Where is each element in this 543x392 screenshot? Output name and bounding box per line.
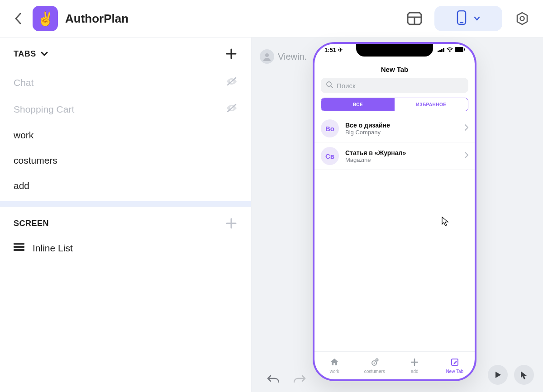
svg-point-16 xyxy=(265,53,269,57)
list-item-subtitle: Magazine xyxy=(345,156,458,163)
segment-label: ИЗБРАННОЕ xyxy=(416,102,446,107)
search-input[interactable]: Поиск xyxy=(321,78,468,93)
signal-icon xyxy=(438,47,445,53)
viewing-badge: Viewin. xyxy=(260,49,307,64)
battery-icon xyxy=(455,47,465,53)
viewing-label: Viewin. xyxy=(278,52,307,62)
tab-label: New Tab xyxy=(446,369,463,374)
svg-rect-18 xyxy=(439,50,441,52)
location-icon: ✈ xyxy=(338,47,343,53)
list-icon xyxy=(14,242,24,254)
play-button[interactable] xyxy=(488,365,508,385)
fab-row xyxy=(488,365,534,385)
screen-section-header: SCREEN xyxy=(0,207,251,234)
screen-section-label: SCREEN xyxy=(14,219,49,228)
redo-button[interactable] xyxy=(293,374,306,385)
svg-rect-15 xyxy=(14,249,24,251)
tab-label: costumers xyxy=(364,369,385,374)
tabs-section-label: TABS xyxy=(14,49,36,59)
list-item-avatar: Во xyxy=(321,119,339,137)
phone-icon xyxy=(457,10,467,27)
add-screen-component-button[interactable] xyxy=(225,217,238,230)
layout-table-button[interactable] xyxy=(405,9,424,28)
undo-button[interactable] xyxy=(267,374,280,385)
screen-component-inline-list[interactable]: Inline List xyxy=(0,234,251,262)
svg-rect-19 xyxy=(441,49,443,52)
svg-line-24 xyxy=(331,86,333,88)
phone-notch xyxy=(356,44,433,57)
svg-marker-31 xyxy=(495,372,501,378)
tab-add[interactable]: add xyxy=(395,352,435,379)
topbar: ✌️ AuthorPlan xyxy=(0,0,543,38)
svg-marker-5 xyxy=(517,13,527,24)
phone-inner: 1:51 ✈ New Tab xyxy=(314,44,475,379)
list-item-subtitle: Big Company xyxy=(345,129,458,136)
app-screen: New Tab Поиск ВСЕ ИЗБРАННОЕ xyxy=(314,62,475,379)
sidebar-item-label: costumers xyxy=(14,155,57,166)
segment-control: ВСЕ ИЗБРАННОЕ xyxy=(321,98,468,111)
gear-icon xyxy=(370,358,379,368)
svg-rect-17 xyxy=(438,51,439,52)
sidebar-item-work[interactable]: work xyxy=(0,123,251,148)
tab-label: add xyxy=(411,369,419,374)
status-time: 1:51 ✈ xyxy=(324,47,343,53)
chevron-right-icon xyxy=(465,152,468,160)
app-emoji: ✌️ xyxy=(37,11,54,27)
svg-rect-20 xyxy=(443,48,444,52)
chevron-down-icon xyxy=(474,14,480,23)
svg-rect-14 xyxy=(14,246,24,248)
avatar-icon xyxy=(260,49,274,64)
list-item-title: Все о дизайне xyxy=(345,122,458,129)
tab-costumers[interactable]: costumers xyxy=(355,352,395,379)
chevron-right-icon xyxy=(465,124,468,132)
svg-rect-21 xyxy=(455,47,463,52)
tab-label: work xyxy=(330,369,339,374)
search-placeholder: Поиск xyxy=(337,82,356,90)
list: Во Все о дизайне Big Company Св xyxy=(314,115,475,351)
cursor-button[interactable] xyxy=(514,365,534,385)
screen-item-label: Inline List xyxy=(33,243,73,254)
undo-redo xyxy=(267,374,306,385)
sidebar-item-label: add xyxy=(14,180,29,191)
device-selector[interactable] xyxy=(434,6,502,31)
list-item-title: Статья в «Журнал» xyxy=(345,149,458,156)
list-item[interactable]: Св Статья в «Журнал» Magazine xyxy=(314,142,475,170)
settings-button[interactable] xyxy=(512,9,532,28)
add-tab-button[interactable] xyxy=(225,47,238,60)
topbar-right xyxy=(405,6,532,31)
back-button[interactable] xyxy=(11,11,25,26)
sidebar-item-shopping-cart[interactable]: Shopping Cart xyxy=(0,96,251,123)
sidebar-item-costumers[interactable]: costumers xyxy=(0,148,251,173)
sidebar: TABS Chat Shopping Cart xyxy=(0,38,252,392)
list-item[interactable]: Во Все о дизайне Big Company xyxy=(314,115,475,142)
hidden-icon xyxy=(226,76,238,89)
tabs-section-toggle[interactable]: TABS xyxy=(14,49,48,59)
sidebar-item-add[interactable]: add xyxy=(0,173,251,198)
search-icon xyxy=(326,81,333,90)
list-item-texts: Статья в «Журнал» Magazine xyxy=(345,149,458,163)
hidden-icon xyxy=(226,103,238,115)
screen-section-toggle[interactable]: SCREEN xyxy=(14,219,49,228)
status-right xyxy=(438,47,465,53)
svg-point-27 xyxy=(376,359,378,361)
screen-section: SCREEN Inline List xyxy=(0,207,251,262)
home-icon xyxy=(330,358,339,368)
svg-rect-13 xyxy=(14,243,24,245)
app-icon: ✌️ xyxy=(33,6,58,31)
main: TABS Chat Shopping Cart xyxy=(0,38,543,392)
selection-indicator xyxy=(0,201,251,207)
sidebar-item-label: Chat xyxy=(14,77,33,88)
tab-newtab[interactable]: New Tab xyxy=(435,352,475,379)
segment-favorites[interactable]: ИЗБРАННОЕ xyxy=(395,98,468,111)
list-item-avatar: Св xyxy=(321,147,339,165)
tabs-section-header: TABS xyxy=(0,38,251,65)
svg-point-26 xyxy=(373,362,375,364)
edit-icon xyxy=(450,358,459,368)
canvas: Viewin. 1:51 ✈ xyxy=(252,38,543,392)
chevron-down-icon xyxy=(41,49,48,59)
plus-icon xyxy=(410,358,419,368)
tab-work[interactable]: work xyxy=(314,352,355,379)
sidebar-item-chat[interactable]: Chat xyxy=(0,69,251,96)
list-item-texts: Все о дизайне Big Company xyxy=(345,122,458,136)
segment-all[interactable]: ВСЕ xyxy=(321,98,395,111)
